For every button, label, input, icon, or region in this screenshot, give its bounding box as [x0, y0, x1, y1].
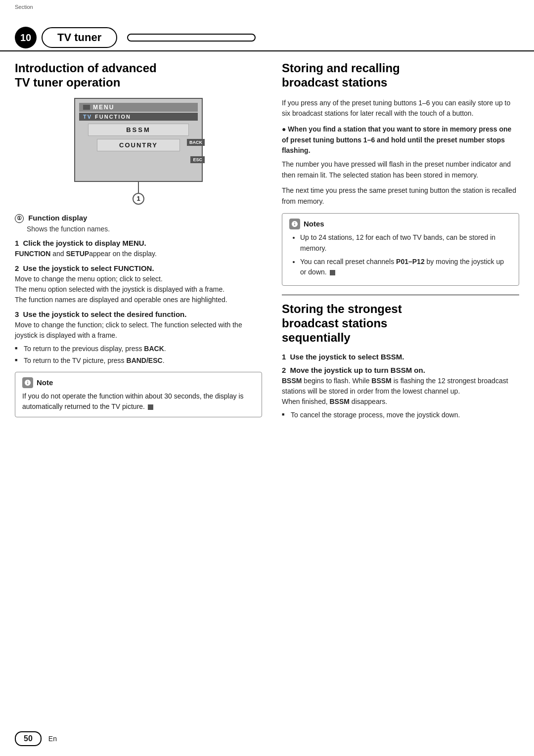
right-step-1-title: 1 Use the joystick to select BSSM. — [282, 353, 519, 361]
step-1-body: FUNCTION and SETUPappear on the display. — [15, 249, 262, 259]
func-display-annotation: ① Function display — [15, 214, 262, 223]
header-right-box — [127, 34, 256, 42]
func-display-sub: Shows the function names. — [27, 225, 262, 233]
screen-esc-btn: ESC — [190, 156, 205, 163]
page-number: 50 — [15, 731, 42, 746]
header-title-box: TV tuner — [42, 27, 117, 48]
storing-section-title: Storing and recalling broadcast stations — [282, 61, 519, 90]
right-step-2-bullets: To cancel the storage process, move the … — [282, 410, 519, 420]
footer-lang: En — [48, 735, 57, 743]
section-number: 10 — [15, 27, 37, 48]
right-step-2-body: BSSM begins to flash. While BSSM is flas… — [282, 376, 519, 420]
note-icon — [22, 377, 33, 388]
step-1: 1 Click the joystick to display MENU. FU… — [15, 239, 262, 259]
strongest-section-title: Storing the strongest broadcast stations… — [282, 302, 519, 345]
annotation-circle-1: 1 — [133, 193, 144, 205]
divider — [282, 295, 519, 295]
header-title: TV tuner — [57, 31, 101, 44]
notes-header-right: Notes — [289, 219, 512, 230]
step-3-title: 3 Use the joystick to select the desired… — [15, 310, 262, 318]
main-content: Introduction of advanced TV tuner operat… — [0, 51, 534, 440]
func-display-title: Function display — [28, 214, 87, 222]
step-2: 2 Use the joystick to select FUNCTION. M… — [15, 264, 262, 305]
screen-back-btn: BACK — [187, 139, 205, 146]
menu-icon — [83, 105, 90, 110]
screen-country: COUNTRY — [97, 139, 180, 151]
step-1-title: 1 Click the joystick to display MENU. — [15, 239, 262, 247]
page-footer: 50 En — [0, 731, 534, 746]
note-1-right: Up to 24 stations, 12 for each of two TV… — [300, 232, 512, 254]
step-3: 3 Use the joystick to select the desired… — [15, 310, 262, 366]
step-2-body: Move to change the menu option; click to… — [15, 274, 262, 305]
notes-box-right: Notes Up to 24 stations, 12 for each of … — [282, 213, 519, 286]
right-step-1: 1 Use the joystick to select BSSM. — [282, 353, 519, 361]
right-step-2-bullet-1: To cancel the storage process, move the … — [282, 410, 519, 420]
bold-section-title: ● When you find a station that you want … — [282, 124, 519, 156]
step-3-bullet-2: To return to the TV picture, press BAND/… — [15, 356, 262, 366]
storing-para2: The next time you press the same preset … — [282, 185, 519, 207]
screen-func-bar: TV FUNCTION — [79, 113, 198, 121]
storing-para1: The number you have pressed will flash i… — [282, 159, 519, 180]
step-3-bullet-1: To return to the previous display, press… — [15, 344, 262, 354]
intro-section-title: Introduction of advanced TV tuner operat… — [15, 61, 262, 90]
screen-bssm: BSSM — [88, 124, 189, 136]
annotation-number: ① — [15, 214, 24, 223]
note-2-right: You can recall preset channels P01–P12 b… — [300, 257, 512, 278]
note-box: Note If you do not operate the function … — [15, 372, 262, 418]
screen-display: MENU TV FUNCTION BSSM COUNTRY BACK ESC — [74, 98, 203, 182]
page-header: 10 TV tuner — [0, 14, 534, 51]
tv-label: TV — [83, 114, 92, 120]
notes-icon-right — [289, 219, 300, 229]
right-step-2: 2 Move the joystick up to turn BSSM on. … — [282, 366, 519, 420]
right-step-2-title: 2 Move the joystick up to turn BSSM on. — [282, 366, 519, 374]
step-2-title: 2 Use the joystick to select FUNCTION. — [15, 264, 262, 272]
end-mark-right — [330, 270, 335, 275]
section-label: Section — [15, 4, 33, 10]
note-body: If you do not operate the function withi… — [22, 392, 244, 410]
step-3-body: Move to change the function; click to se… — [15, 320, 262, 366]
end-mark — [148, 404, 153, 410]
notes-list-right: Up to 24 stations, 12 for each of two TV… — [289, 232, 512, 278]
screen-menu-bar: MENU — [79, 103, 198, 112]
note-header: Note — [22, 377, 255, 389]
step-3-bullets: To return to the previous display, press… — [15, 344, 262, 366]
screen-image-container: MENU TV FUNCTION BSSM COUNTRY BACK ESC 1 — [15, 98, 262, 205]
storing-intro: If you press any of the preset tuning bu… — [282, 98, 519, 119]
left-column: Introduction of advanced TV tuner operat… — [15, 61, 262, 425]
right-column: Storing and recalling broadcast stations… — [282, 61, 519, 425]
screen-connector-line — [138, 182, 139, 193]
